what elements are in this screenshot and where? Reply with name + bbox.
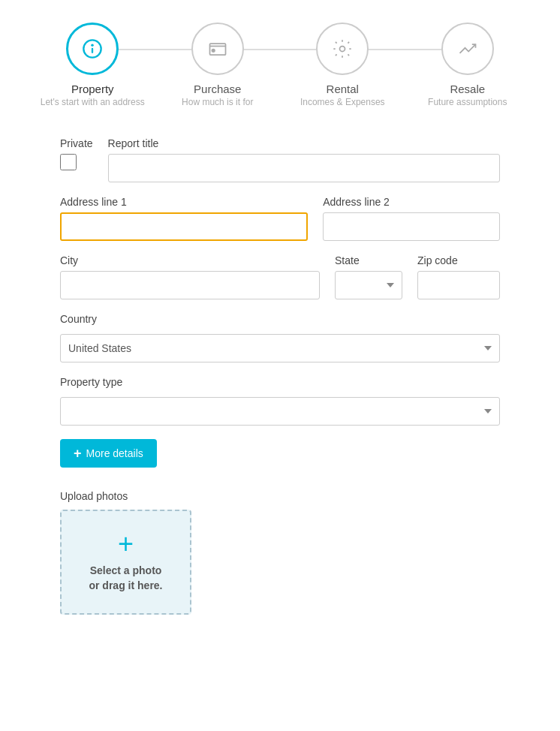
state-label: State bbox=[335, 254, 402, 266]
row-property-type: Property type Single Family Multi Family… bbox=[60, 376, 500, 426]
city-input[interactable] bbox=[60, 271, 320, 299]
row-country: Country United States Canada United King… bbox=[60, 313, 500, 362]
upload-dropzone[interactable]: + Select a photo or drag it here. bbox=[60, 510, 191, 615]
country-select[interactable]: United States Canada United Kingdom bbox=[60, 334, 500, 362]
address-line2-label: Address line 2 bbox=[323, 196, 500, 208]
report-title-label: Report title bbox=[108, 137, 500, 149]
step-property-label: Property bbox=[71, 83, 114, 95]
address-line1-input[interactable] bbox=[60, 212, 308, 241]
step-resale-label: Resale bbox=[450, 83, 485, 95]
upload-select-text: Select a photo or drag it here. bbox=[89, 564, 162, 593]
address-line1-label: Address line 1 bbox=[60, 196, 308, 208]
step-rental-circle bbox=[316, 23, 369, 75]
row-private-report: Private Report title bbox=[60, 137, 500, 182]
step-rental-label: Rental bbox=[327, 83, 359, 95]
property-type-select[interactable]: Single Family Multi Family Condo Townhou… bbox=[60, 397, 500, 426]
private-group: Private bbox=[60, 137, 93, 170]
zip-input[interactable] bbox=[417, 271, 500, 299]
step-purchase-label: Purchase bbox=[194, 83, 241, 95]
step-property[interactable]: Property Let's start with an address bbox=[30, 23, 155, 107]
step-property-circle bbox=[66, 23, 119, 75]
step-purchase[interactable]: Purchase How much is it for bbox=[155, 23, 281, 107]
country-label: Country bbox=[60, 313, 97, 325]
address-line2-input[interactable] bbox=[323, 212, 500, 241]
upload-section: Upload photos + Select a photo or drag i… bbox=[60, 490, 500, 615]
address-line2-group: Address line 2 bbox=[323, 196, 500, 241]
step-purchase-sublabel: How much is it for bbox=[182, 97, 253, 107]
report-title-input[interactable] bbox=[108, 154, 500, 182]
more-details-label: More details bbox=[86, 447, 143, 459]
step-rental-sublabel: Incomes & Expenses bbox=[300, 97, 385, 107]
upload-label: Upload photos bbox=[60, 490, 500, 502]
state-select[interactable] bbox=[335, 271, 402, 299]
plus-icon: + bbox=[74, 447, 82, 460]
private-checkbox[interactable] bbox=[60, 154, 77, 170]
svg-point-4 bbox=[212, 50, 215, 53]
step-property-sublabel: Let's start with an address bbox=[41, 97, 145, 107]
upload-plus-icon: + bbox=[118, 531, 134, 558]
step-resale-circle bbox=[441, 23, 494, 75]
zip-label: Zip code bbox=[417, 254, 500, 266]
zip-group: Zip code bbox=[417, 254, 500, 299]
row-city-state-zip: City State Zip code bbox=[60, 254, 500, 299]
step-rental[interactable]: Rental Incomes & Expenses bbox=[280, 23, 405, 107]
stepper: Property Let's start with an address Pur… bbox=[0, 0, 560, 122]
step-resale-sublabel: Future assumptions bbox=[428, 97, 507, 107]
step-purchase-circle bbox=[191, 23, 244, 75]
address-line1-group: Address line 1 bbox=[60, 196, 308, 241]
property-type-label: Property type bbox=[60, 376, 122, 388]
more-details-button[interactable]: + More details bbox=[60, 439, 157, 468]
report-title-group: Report title bbox=[108, 137, 500, 182]
city-label: City bbox=[60, 254, 320, 266]
step-resale[interactable]: Resale Future assumptions bbox=[405, 23, 531, 107]
city-group: City bbox=[60, 254, 320, 299]
private-label: Private bbox=[60, 137, 93, 149]
row-address: Address line 1 Address line 2 bbox=[60, 196, 500, 241]
state-group: State bbox=[335, 254, 402, 299]
property-form: Private Report title Address line 1 Addr… bbox=[0, 122, 560, 645]
svg-point-5 bbox=[340, 47, 345, 52]
